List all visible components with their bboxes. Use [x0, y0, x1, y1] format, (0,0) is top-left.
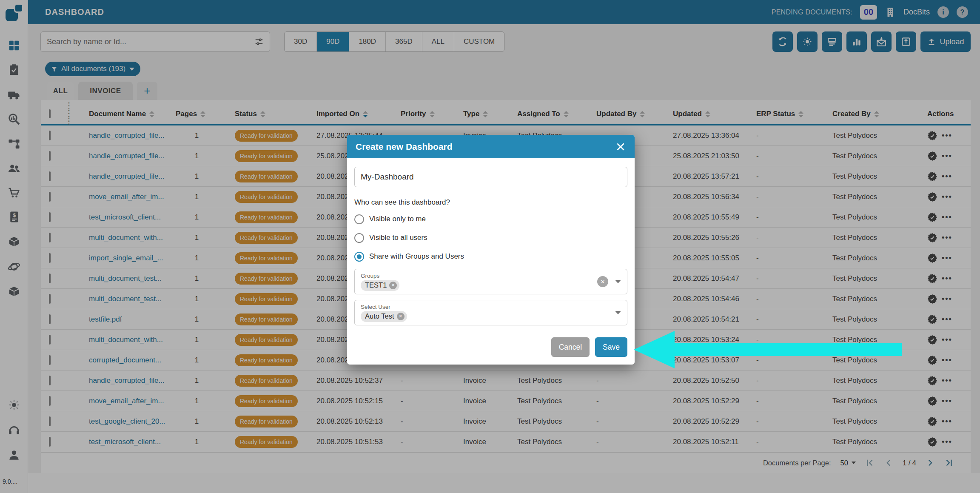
- radio-label: Visible to all users: [369, 234, 427, 242]
- user-select-field[interactable]: Select User Auto Test✕: [354, 300, 627, 325]
- radio-icon[interactable]: [354, 233, 364, 243]
- user-chip: Auto Test✕: [361, 311, 407, 322]
- modal-title: Create new Dashboard: [356, 142, 453, 152]
- modal-body: Who can see this dashboard? Visible only…: [347, 158, 635, 365]
- groups-label: Groups: [361, 273, 597, 279]
- radio-label: Share with Groups and Users: [369, 252, 464, 261]
- visibility-question: Who can see this dashboard?: [354, 198, 627, 207]
- cancel-button[interactable]: Cancel: [551, 337, 590, 357]
- dashboard-name-input[interactable]: [354, 167, 627, 187]
- close-icon[interactable]: [615, 141, 626, 152]
- modal-header: Create new Dashboard: [347, 135, 635, 158]
- visibility-option-share-with-groups-and-users[interactable]: Share with Groups and Users: [354, 250, 627, 263]
- visibility-options: Visible only to meVisible to all usersSh…: [354, 213, 627, 263]
- user-dropdown-caret-icon[interactable]: [615, 311, 621, 314]
- chip-remove-icon[interactable]: ✕: [389, 282, 397, 289]
- radio-label: Visible only to me: [369, 215, 426, 223]
- annotation-arrow: [634, 331, 906, 369]
- radio-icon[interactable]: [354, 252, 364, 262]
- user-chips: Auto Test✕: [361, 311, 615, 322]
- groups-select-field[interactable]: Groups TEST1✕ ✕: [354, 269, 627, 294]
- save-button[interactable]: Save: [595, 337, 627, 357]
- create-dashboard-modal: Create new Dashboard Who can see this da…: [347, 135, 635, 365]
- visibility-option-visible-only-to-me[interactable]: Visible only to me: [354, 213, 627, 225]
- group-chip: TEST1✕: [361, 280, 399, 291]
- modal-buttons: Cancel Save: [354, 337, 627, 357]
- chip-label: Auto Test: [365, 312, 394, 320]
- clear-groups-icon[interactable]: ✕: [597, 276, 608, 287]
- groups-chips: TEST1✕: [361, 280, 597, 291]
- chip-remove-icon[interactable]: ✕: [397, 313, 405, 320]
- select-user-label: Select User: [361, 304, 615, 310]
- radio-icon[interactable]: [354, 214, 364, 224]
- chip-label: TEST1: [365, 281, 387, 289]
- groups-dropdown-caret-icon[interactable]: [615, 280, 621, 283]
- visibility-option-visible-to-all-users[interactable]: Visible to all users: [354, 231, 627, 244]
- app-window: $ 9.0.... DASHBOARD PENDING DOCUMENTS: 0…: [0, 0, 980, 493]
